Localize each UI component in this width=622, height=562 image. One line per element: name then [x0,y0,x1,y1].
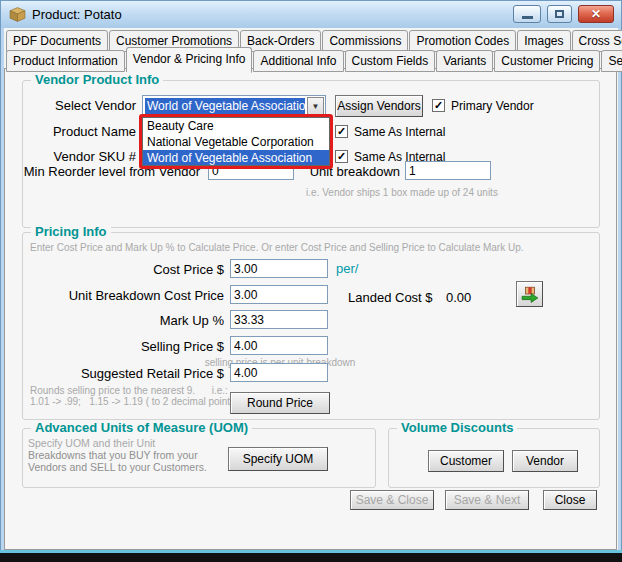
unit-breakdown-hint: i.e. Vendor ships 1 box made up of 24 un… [302,187,502,198]
suggested-retail-input[interactable] [230,363,328,382]
tab-serial-numbers[interactable]: Serial #'s [601,50,622,72]
product-name-label: Product Name [24,124,136,139]
selling-price-label: Selling Price $ [24,339,224,354]
unit-breakdown-input[interactable] [405,161,491,180]
primary-vendor-label: Primary Vendor [451,99,534,113]
maximize-icon [555,10,564,18]
annotation-highlight-box: Beauty Care National Vegetable Corporati… [139,114,333,169]
landed-cost-label: Landed Cost $ [348,290,433,305]
minimize-icon [522,16,533,19]
vendor-option-beauty-care[interactable]: Beauty Care [143,118,329,134]
vendor-sku-same-as-internal-checkbox[interactable]: ✓ [335,150,348,163]
save-next-button[interactable]: Save & Next [445,490,529,510]
product-name-same-as-internal-checkbox[interactable]: ✓ [335,125,348,138]
landed-cost-calculator-icon [521,285,539,303]
close-icon: ✕ [579,7,613,21]
volume-discounts-title: Volume Discounts [397,420,517,435]
tab-product-information[interactable]: Product Information [6,50,125,72]
assign-vendors-button[interactable]: Assign Vendors [335,95,423,117]
landed-cost-value: 0.00 [446,290,471,305]
volume-discount-vendor-button[interactable]: Vendor [512,450,578,472]
round-hint-line2: 1.01 -> .99; 1.15 -> 1.19 ( to 2 decimal… [30,396,238,407]
mark-up-input[interactable] [230,310,328,329]
dialog-body: PDF DocumentsCustomer PromotionsBack-Ord… [4,28,618,550]
chevron-down-icon[interactable]: ▼ [307,97,324,115]
tab-variants[interactable]: Variants [436,50,493,72]
maximize-button[interactable] [547,5,572,23]
round-price-button[interactable]: Round Price [230,392,330,414]
suggested-retail-label: Suggested Retail Price $ [24,366,224,381]
save-close-button[interactable]: Save & Close [350,490,434,510]
select-vendor-label: Select Vendor [24,98,136,113]
cost-price-label: Cost Price $ [24,262,224,277]
window-title: Product: Potato [32,7,122,22]
package-icon [9,6,26,23]
volume-discount-customer-button[interactable]: Customer [428,450,504,472]
close-button[interactable]: Close [543,490,597,510]
titlebar: Product: Potato ✕ [1,1,621,28]
minimize-button[interactable] [513,5,541,23]
uom-desc-line2: Breakdowns that you BUY from your [28,449,198,461]
selling-price-input[interactable] [230,336,328,355]
pricing-hint: Enter Cost Price and Mark Up % to Calcul… [30,242,524,253]
tab-additional-info[interactable]: Additional Info [253,50,343,72]
landed-cost-button[interactable] [516,281,543,307]
tab-custom-fields[interactable]: Custom Fields [345,50,436,72]
unit-breakdown-cost-label: Unit Breakdown Cost Price [24,288,224,303]
product-name-same-as-internal-label: Same As Internal [354,125,445,139]
uom-desc-line1: Specify UOM and their Unit [28,437,155,449]
vendor-sku-label: Vendor SKU # [24,149,136,164]
vendor-dropdown-list: Beauty Care National Vegetable Corporati… [142,117,330,166]
tab-customer-pricing[interactable]: Customer Pricing [494,50,600,72]
select-vendor-value: World of Vegetable Association [145,98,305,114]
specify-uom-button[interactable]: Specify UOM [228,447,328,471]
product-window: Product: Potato ✕ PDF DocumentsCustomer … [0,0,622,562]
window-bottom-edge [0,553,622,562]
tab-vendor-pricing-info[interactable]: Vendor & Pricing Info [126,47,253,73]
unit-breakdown-cost-input[interactable] [230,285,328,304]
advanced-uom-title: Advanced Units of Measure (UOM) [31,420,252,435]
vendor-option-world-of-vegetable[interactable]: World of Vegetable Association [143,150,329,166]
vendor-option-national-vegetable[interactable]: National Vegetable Corporation [143,134,329,150]
round-hint-line1: Rounds selling price to the nearest 9. i… [30,385,228,396]
close-window-button[interactable]: ✕ [578,5,614,23]
pricing-info-title: Pricing Info [31,224,111,239]
cost-price-input[interactable] [230,259,328,278]
primary-vendor-checkbox[interactable]: ✓ [432,99,445,112]
uom-desc-line3: Vendors and SELL to your Customers. [28,461,207,473]
mark-up-label: Mark Up % [24,313,224,328]
per-label: per/ [336,261,358,276]
vendor-product-info-title: Vendor Product Info [31,72,163,87]
